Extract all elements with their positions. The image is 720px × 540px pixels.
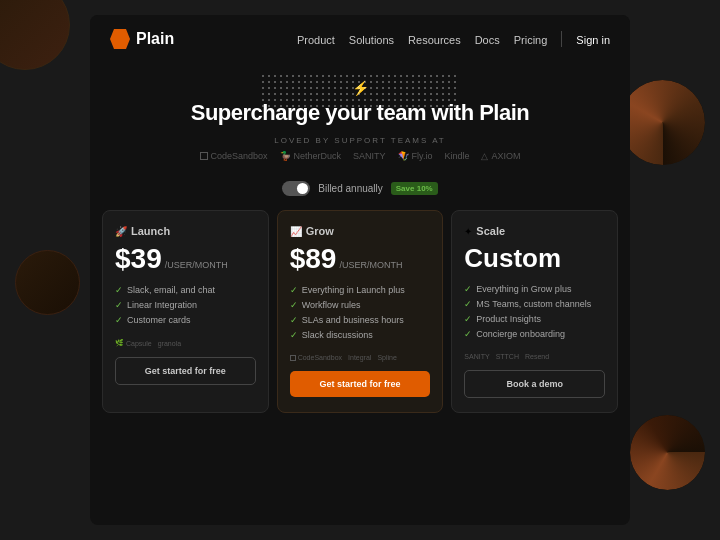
grow-logo-1: Integral xyxy=(348,354,371,361)
billing-toggle-row: Billed annually Save 10% xyxy=(90,181,630,196)
launch-logo-1: granola xyxy=(158,340,181,347)
scale-price: Custom xyxy=(464,243,605,274)
nav-item-pricing[interactable]: Pricing xyxy=(514,30,548,48)
check-icon: ✓ xyxy=(115,300,123,310)
hero-section: ⚡ Supercharge your team with Plain LOVED… xyxy=(90,63,630,181)
nav-item-signin[interactable]: Sign in xyxy=(576,30,610,48)
corner-decoration-top-left xyxy=(0,0,70,70)
check-icon: ✓ xyxy=(464,329,472,339)
pricing-cards-row: 🚀 Launch $39 /USER/MONTH ✓Slack, email, … xyxy=(90,210,630,413)
check-icon: ✓ xyxy=(290,285,298,295)
grow-badge: 📈 Grow xyxy=(290,225,431,237)
codesandbox-icon xyxy=(200,152,208,160)
flyio-icon: 🪁 xyxy=(398,151,409,161)
launch-name: Launch xyxy=(131,225,170,237)
nav-links: Product Solutions Resources Docs Pricing… xyxy=(297,30,610,48)
grow-features: ✓Everything in Launch plus ✓Workflow rul… xyxy=(290,285,431,340)
scale-logo-1: STTCH xyxy=(496,353,519,360)
scale-features: ✓Everything in Grow plus ✓MS Teams, cust… xyxy=(464,284,605,339)
side-decoration-right-bottom xyxy=(630,415,705,490)
scale-name: Scale xyxy=(476,225,505,237)
brand-logos-row: CodeSandbox 🦆 NetherDuck SANITY 🪁 Fly.io… xyxy=(110,151,610,161)
nav-item-product[interactable]: Product xyxy=(297,30,335,48)
launch-feature-2: ✓Customer cards xyxy=(115,315,256,325)
check-icon: ✓ xyxy=(464,314,472,324)
billing-label: Billed annually xyxy=(318,183,383,194)
brand-netherduck: 🦆 NetherDuck xyxy=(280,151,342,161)
brand-kindle: Kindle xyxy=(444,151,469,161)
logo[interactable]: Plain xyxy=(110,29,174,49)
grow-logos: CodeSandbox Integral Spline xyxy=(290,354,431,361)
nav-item-solutions[interactable]: Solutions xyxy=(349,30,394,48)
grow-name: Grow xyxy=(306,225,334,237)
navigation: Plain Product Solutions Resources Docs P… xyxy=(90,15,630,63)
side-decoration-right-top xyxy=(620,80,705,165)
grow-feature-0: ✓Everything in Launch plus xyxy=(290,285,431,295)
check-icon: ✓ xyxy=(115,315,123,325)
scale-icon: ✦ xyxy=(464,226,472,237)
grow-feature-1: ✓Workflow rules xyxy=(290,300,431,310)
codesandbox-tiny-icon xyxy=(290,355,296,361)
capsule-icon: 🌿 xyxy=(115,339,124,347)
scale-logo-2: Resend xyxy=(525,353,549,360)
brand-sanity: SANITY xyxy=(353,151,386,161)
axiom-icon: △ xyxy=(481,151,488,161)
launch-logo-0: 🌿 Capsule xyxy=(115,339,152,347)
nav-divider xyxy=(561,31,562,47)
grow-price-unit: /USER/MONTH xyxy=(339,260,402,270)
grow-feature-3: ✓Slack discussions xyxy=(290,330,431,340)
launch-badge: 🚀 Launch xyxy=(115,225,256,237)
check-icon: ✓ xyxy=(115,285,123,295)
check-icon: ✓ xyxy=(464,284,472,294)
launch-price: $39 /USER/MONTH xyxy=(115,243,256,275)
save-badge: Save 10% xyxy=(391,182,438,195)
scale-feature-3: ✓Concierge onboarding xyxy=(464,329,605,339)
grow-logo-2: Spline xyxy=(377,354,396,361)
launch-features: ✓Slack, email, and chat ✓Linear Integrat… xyxy=(115,285,256,325)
logo-text: Plain xyxy=(136,30,174,48)
loved-by-label: LOVED BY SUPPORT TEAMS AT xyxy=(110,136,610,145)
grow-feature-2: ✓SLAs and business hours xyxy=(290,315,431,325)
check-icon: ✓ xyxy=(290,315,298,325)
launch-logos: 🌿 Capsule granola xyxy=(115,339,256,347)
dot-pattern-decoration xyxy=(260,73,460,108)
plan-card-grow: 📈 Grow $89 /USER/MONTH ✓Everything in La… xyxy=(277,210,444,413)
scale-badge: ✦ Scale xyxy=(464,225,605,237)
check-icon: ✓ xyxy=(290,330,298,340)
grow-icon: 📈 xyxy=(290,226,302,237)
check-icon: ✓ xyxy=(464,299,472,309)
plan-card-scale: ✦ Scale Custom ✓Everything in Grow plus … xyxy=(451,210,618,413)
grow-cta-button[interactable]: Get started for free xyxy=(290,371,431,397)
brand-codesandbox: CodeSandbox xyxy=(200,151,268,161)
nav-item-resources[interactable]: Resources xyxy=(408,30,461,48)
side-decoration-left xyxy=(15,250,80,315)
launch-feature-1: ✓Linear Integration xyxy=(115,300,256,310)
scale-logos: SANITY STTCH Resend xyxy=(464,353,605,360)
billing-toggle-switch[interactable] xyxy=(282,181,310,196)
grow-price: $89 /USER/MONTH xyxy=(290,243,431,275)
brand-axiom: △ AXIOM xyxy=(481,151,520,161)
logo-icon xyxy=(110,29,130,49)
launch-feature-0: ✓Slack, email, and chat xyxy=(115,285,256,295)
brand-flyio: 🪁 Fly.io xyxy=(398,151,433,161)
launch-price-unit: /USER/MONTH xyxy=(165,260,228,270)
grow-logo-0: CodeSandbox xyxy=(290,354,342,361)
scale-feature-1: ✓MS Teams, custom channels xyxy=(464,299,605,309)
main-content-wrapper: Plain Product Solutions Resources Docs P… xyxy=(90,15,630,525)
nav-item-docs[interactable]: Docs xyxy=(475,30,500,48)
scale-feature-2: ✓Product Insights xyxy=(464,314,605,324)
launch-icon: 🚀 xyxy=(115,226,127,237)
scale-logo-0: SANITY xyxy=(464,353,489,360)
check-icon: ✓ xyxy=(290,300,298,310)
scale-feature-0: ✓Everything in Grow plus xyxy=(464,284,605,294)
launch-cta-button[interactable]: Get started for free xyxy=(115,357,256,385)
scale-cta-button[interactable]: Book a demo xyxy=(464,370,605,398)
plan-card-launch: 🚀 Launch $39 /USER/MONTH ✓Slack, email, … xyxy=(102,210,269,413)
netherduck-icon: 🦆 xyxy=(280,151,291,161)
